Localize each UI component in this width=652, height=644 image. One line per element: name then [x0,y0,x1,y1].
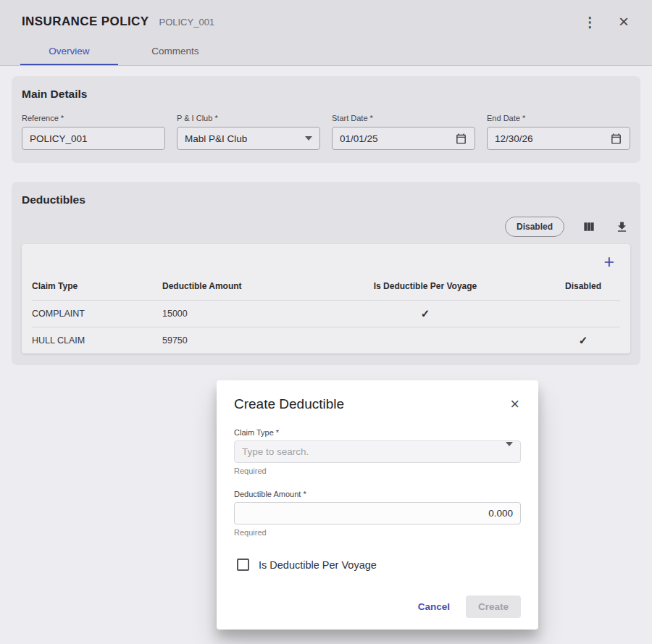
club-select[interactable]: Mabl P&I Club [177,127,320,150]
cell-deductible-amount: 59750 [162,329,304,352]
check-icon: ✓ [304,301,546,327]
claim-type-label: Claim Type * [234,428,521,437]
end-date-field [487,127,630,150]
calendar-icon[interactable] [455,133,467,145]
deductible-amount-input[interactable] [242,508,513,519]
dropdown-caret-icon [506,446,513,457]
deductible-amount-required-hint: Required [234,528,521,537]
column-header-disabled: Disabled [546,272,620,300]
create-button[interactable]: Create [466,595,521,618]
table-row[interactable]: HULL CLAIM 59750 ✓ [32,327,620,354]
main-details-title: Main Details [22,88,630,101]
claim-type-required-hint: Required [234,467,521,475]
cell-deductible-amount: 15000 [162,302,304,325]
claim-type-select[interactable] [234,440,521,463]
deductible-amount-label: Deductible Amount * [234,490,521,498]
field-club: P & I Club * Mabl P&I Club [177,114,320,150]
club-label: P & I Club * [177,114,320,122]
page-title: INSURANCE POLICY [22,14,149,29]
field-start-date: Start Date * [332,114,475,150]
end-date-input[interactable] [495,133,610,144]
header-actions: ⋮ × [582,12,630,32]
policy-id: POLICY_001 [159,17,214,28]
column-header-deductible-amount: Deductible Amount [162,272,304,300]
deductibles-table: + Claim Type Deductible Amount Is Deduct… [22,244,630,354]
dialog-title-row: Create Deductible × [234,395,521,414]
reference-field [22,127,165,150]
main-details-fields: Reference * P & I Club * Mabl P&I Club S… [22,114,630,150]
dropdown-caret-icon [305,136,312,141]
start-date-label: Start Date * [332,114,475,122]
dialog-actions: Cancel Create [234,595,521,618]
cell-claim-type: HULL CLAIM [32,329,162,352]
disabled-filter-chip[interactable]: Disabled [505,217,564,237]
table-header: Claim Type Deductible Amount Is Deductib… [32,272,620,301]
voyage-checkbox-label[interactable]: Is Deductible Per Voyage [259,559,377,571]
deductibles-card: Deductibles Disabled + Claim Type Deduct… [12,182,640,365]
cell-claim-type: COMPLAINT [32,302,162,325]
check-icon [304,334,546,347]
check-icon: ✓ [546,327,620,354]
reference-label: Reference * [22,114,165,122]
dialog-close-icon[interactable]: × [509,395,521,414]
cancel-button[interactable]: Cancel [411,595,457,618]
column-header-is-deductible-per-voyage: Is Deductible Per Voyage [304,272,546,300]
tab-overview[interactable]: Overview [20,36,118,65]
deductibles-toolbar: Disabled [22,217,630,237]
kebab-menu-icon[interactable]: ⋮ [582,14,598,30]
add-deductible-button[interactable]: + [603,253,614,271]
download-icon[interactable] [614,219,630,235]
deductibles-title: Deductibles [22,193,630,206]
check-icon [546,307,620,320]
columns-icon[interactable] [580,218,598,235]
tab-bar: Overview Comments [0,36,652,65]
page-content: Main Details Reference * P & I Club * Ma… [0,66,652,365]
close-icon[interactable]: × [617,12,630,32]
header-title-row: INSURANCE POLICY POLICY_001 ⋮ × [0,0,652,36]
club-value: Mabl P&I Club [185,133,247,144]
dialog-title: Create Deductible [234,396,344,412]
start-date-field [332,127,475,150]
calendar-icon[interactable] [610,133,622,145]
table-row[interactable]: COMPLAINT 15000 ✓ [32,301,620,327]
create-deductible-dialog: Create Deductible × Claim Type * Require… [217,380,538,630]
deductible-amount-field [234,502,521,524]
column-header-claim-type: Claim Type [32,272,162,300]
field-reference: Reference * [22,114,165,150]
claim-type-search-input[interactable] [242,446,506,457]
start-date-input[interactable] [340,133,455,144]
reference-input[interactable] [30,133,157,144]
voyage-checkbox-row: Is Deductible Per Voyage [237,559,521,571]
voyage-checkbox[interactable] [237,559,249,571]
main-details-card: Main Details Reference * P & I Club * Ma… [12,76,640,163]
app-header: INSURANCE POLICY POLICY_001 ⋮ × Overview… [0,0,652,66]
table-add-row: + [32,248,620,272]
field-end-date: End Date * [487,114,630,150]
end-date-label: End Date * [487,114,630,122]
tab-comments[interactable]: Comments [118,36,233,65]
